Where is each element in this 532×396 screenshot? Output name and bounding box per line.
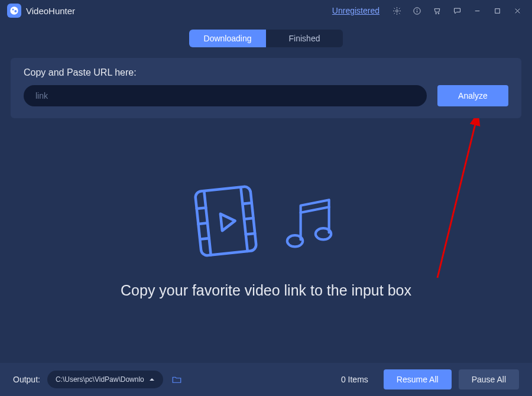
- svg-rect-10: [495, 8, 499, 13]
- main-area: Copy your favorite video link to the inp…: [0, 118, 532, 363]
- minimize-icon[interactable]: [469, 3, 485, 18]
- url-input[interactable]: [24, 85, 427, 106]
- tab-downloading[interactable]: Downloading: [189, 30, 266, 47]
- svg-line-22: [246, 233, 255, 234]
- svg-point-0: [10, 7, 18, 14]
- output-label: Output:: [13, 375, 40, 384]
- svg-line-19: [200, 238, 209, 239]
- resume-all-button[interactable]: Resume All: [384, 369, 452, 389]
- unregistered-link[interactable]: Unregistered: [332, 6, 379, 15]
- svg-point-6: [417, 9, 417, 9]
- maximize-icon[interactable]: [489, 3, 505, 18]
- svg-line-20: [242, 203, 252, 204]
- items-count: 0 Items: [341, 375, 368, 384]
- svg-line-25: [301, 207, 329, 213]
- svg-line-21: [244, 218, 254, 219]
- chevron-up-icon: [149, 376, 155, 382]
- settings-icon[interactable]: [389, 3, 404, 18]
- app-name: VideoHunter: [26, 6, 75, 16]
- svg-point-23: [287, 235, 303, 246]
- url-label: Copy and Paste URL here:: [24, 67, 508, 78]
- footer: Output: C:\Users\pc\VidPaw\Downlo 0 Item…: [0, 363, 532, 396]
- close-icon[interactable]: [510, 3, 525, 18]
- open-folder-icon[interactable]: [170, 373, 183, 386]
- svg-point-2: [14, 10, 17, 12]
- svg-point-3: [395, 9, 398, 12]
- feedback-icon[interactable]: [449, 3, 465, 18]
- tab-row: Downloading Finished: [0, 21, 532, 58]
- svg-point-1: [12, 8, 14, 10]
- svg-line-18: [198, 223, 207, 224]
- cart-icon[interactable]: [429, 3, 445, 18]
- info-icon[interactable]: [409, 3, 424, 18]
- music-note-icon: [274, 189, 345, 259]
- analyze-button[interactable]: Analyze: [437, 85, 508, 106]
- url-row: Analyze: [24, 85, 508, 106]
- prompt-text: Copy your favorite video link to the inp…: [121, 282, 411, 299]
- titlebar: VideoHunter Unregistered: [0, 0, 532, 21]
- output-path-text: C:\Users\pc\VidPaw\Downlo: [56, 375, 144, 384]
- svg-line-13: [437, 122, 476, 278]
- svg-point-7: [435, 13, 436, 14]
- pause-all-button[interactable]: Pause All: [459, 369, 519, 389]
- svg-point-8: [438, 13, 439, 14]
- app-logo-icon: [7, 4, 21, 18]
- tabs: Downloading Finished: [189, 30, 343, 47]
- film-icon: [187, 183, 264, 259]
- svg-point-24: [316, 228, 331, 239]
- empty-illustration: [187, 183, 345, 259]
- output-path-selector[interactable]: C:\Users\pc\VidPaw\Downlo: [47, 371, 163, 388]
- tab-finished[interactable]: Finished: [266, 30, 343, 47]
- svg-line-17: [197, 207, 206, 209]
- annotation-arrow-icon: [420, 118, 485, 284]
- url-panel: Copy and Paste URL here: Analyze: [11, 58, 521, 118]
